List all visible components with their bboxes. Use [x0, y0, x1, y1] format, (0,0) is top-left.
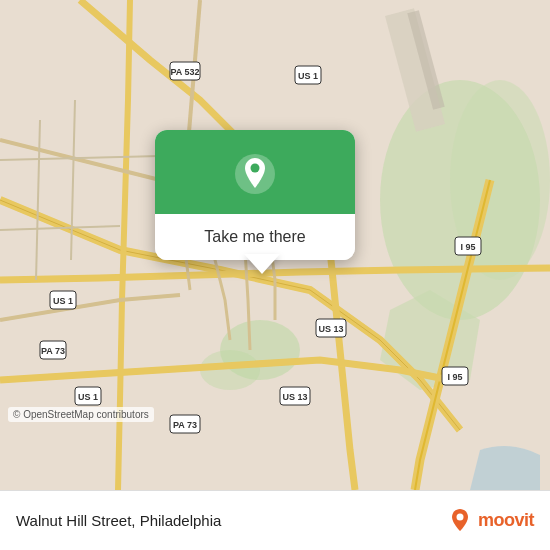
svg-text:PA 73: PA 73 [41, 346, 65, 356]
svg-text:US 1: US 1 [78, 392, 98, 402]
info-bar: Walnut Hill Street, Philadelphia moovit [0, 490, 550, 550]
svg-text:I 95: I 95 [447, 372, 462, 382]
popup-tail [244, 254, 280, 274]
popup-green-section [155, 130, 355, 214]
location-pin-icon [233, 152, 277, 196]
moovit-icon [446, 507, 474, 535]
moovit-text: moovit [478, 510, 534, 531]
svg-text:I 95: I 95 [460, 242, 475, 252]
location-text: Walnut Hill Street, Philadelphia [16, 512, 221, 529]
moovit-logo: moovit [446, 507, 534, 535]
svg-point-29 [251, 164, 260, 173]
svg-text:PA 532: PA 532 [170, 67, 199, 77]
map-container: US 1 PA 532 US 1 PA 73 US 13 I 95 I 95 U… [0, 0, 550, 490]
svg-text:PA 73: PA 73 [173, 420, 197, 430]
svg-text:US 13: US 13 [282, 392, 307, 402]
svg-text:US 13: US 13 [318, 324, 343, 334]
popup-card: Take me there [155, 130, 355, 260]
svg-point-30 [456, 513, 463, 520]
location-name: Walnut Hill Street, Philadelphia [16, 512, 221, 529]
map-attribution: © OpenStreetMap contributors [8, 407, 154, 422]
svg-text:US 1: US 1 [53, 296, 73, 306]
svg-text:US 1: US 1 [298, 71, 318, 81]
